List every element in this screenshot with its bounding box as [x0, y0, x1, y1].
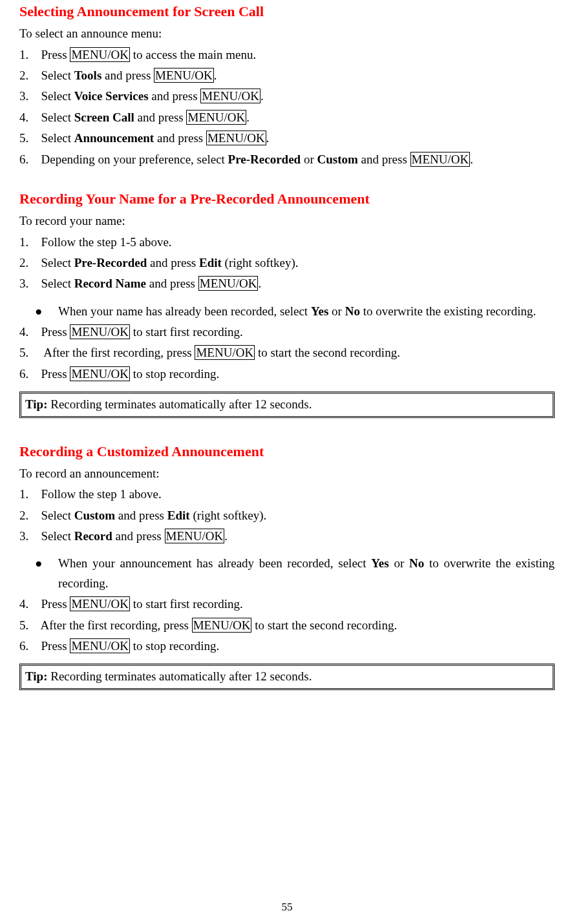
- step-item: 2. Select Tools and press MENU/OK.: [19, 66, 555, 85]
- section3-steps-cont: 4. Press MENU/OK to start first recordin…: [19, 594, 555, 656]
- bullet-text: or: [389, 556, 409, 570]
- tip-text: Recording terminates automatically after…: [48, 669, 312, 683]
- step-item: 6. Press MENU/OK to stop recording.: [19, 364, 555, 384]
- step-item: 5. After the first recording, press MENU…: [19, 616, 555, 635]
- section1-intro: To select an announce menu:: [19, 24, 555, 43]
- step-text: After the first recording, press: [40, 618, 191, 632]
- menu-ok-key: MENU/OK: [70, 596, 130, 611]
- step-text: .: [224, 529, 228, 543]
- step-text: Select: [41, 89, 74, 103]
- step-text: (right softkey).: [190, 509, 267, 522]
- step-text: .: [246, 110, 250, 124]
- step-text: (right softkey).: [222, 256, 299, 269]
- menu-ok-key: MENU/OK: [195, 345, 255, 360]
- step-text: After the first recording, press: [41, 346, 195, 359]
- step-text: Follow the step 1 above.: [41, 487, 162, 501]
- tip-box: Tip: Recording terminates automatically …: [19, 664, 555, 689]
- section2-steps-cont: 4. Press MENU/OK to start first recordin…: [19, 322, 555, 384]
- bullet-text: When your name has already been recorded…: [58, 304, 311, 318]
- step-item: 4. Select Screen Call and press MENU/OK.: [19, 108, 555, 127]
- tip-box: Tip: Recording terminates automatically …: [19, 392, 555, 417]
- step-item: 2. Select Custom and press Edit (right s…: [19, 506, 555, 525]
- bold-term: Yes: [311, 304, 328, 318]
- section2-steps: 1. Follow the step 1-5 above. 2. Select …: [19, 233, 555, 294]
- bold-term: Yes: [371, 556, 388, 570]
- step-text: and press: [149, 89, 201, 103]
- section1-steps: 1. Press MENU/OK to access the main menu…: [19, 45, 555, 169]
- step-text: or: [301, 152, 317, 166]
- step-text: to access the main menu.: [130, 48, 256, 61]
- step-text: Press: [41, 597, 70, 611]
- section3-steps: 1. Follow the step 1 above. 2. Select Cu…: [19, 485, 555, 546]
- step-text: and press: [358, 152, 410, 166]
- bold-term: Announcement: [74, 131, 154, 145]
- bold-term: Edit: [167, 509, 190, 522]
- menu-ok-key: MENU/OK: [154, 68, 214, 83]
- step-text: Select: [41, 68, 74, 82]
- step-text: .: [266, 131, 270, 145]
- step-text: Depending on your preference, select: [41, 152, 228, 166]
- bold-term: No: [345, 304, 360, 318]
- bullet-text: When your announcement has already been …: [58, 556, 371, 570]
- bold-term: No: [409, 556, 424, 570]
- section3-intro: To record an announcement:: [19, 464, 555, 483]
- menu-ok-key: MENU/OK: [200, 89, 260, 103]
- step-text: Select: [41, 529, 74, 543]
- step-item: 1. Follow the step 1-5 above.: [19, 233, 555, 252]
- step-text: and press: [147, 256, 199, 269]
- bullet-icon: ●: [35, 554, 58, 573]
- step-item: 6. Depending on your preference, select …: [19, 150, 555, 169]
- step-text: Select: [41, 509, 74, 522]
- bold-term: Record Name: [74, 277, 146, 290]
- menu-ok-key: MENU/OK: [206, 131, 266, 145]
- step-text: Select: [41, 131, 74, 145]
- step-item: 4. Press MENU/OK to start first recordin…: [19, 594, 555, 614]
- step-item: 4. Press MENU/OK to start first recordin…: [19, 322, 555, 342]
- step-text: .: [214, 68, 217, 82]
- step-text: and press: [146, 277, 198, 290]
- bullet-item: ●When your name has already been recorde…: [19, 302, 555, 321]
- step-item: 1. Press MENU/OK to access the main menu…: [19, 45, 555, 65]
- step-item: 2. Select Pre-Recorded and press Edit (r…: [19, 253, 555, 273]
- menu-ok-key: MENU/OK: [410, 152, 471, 167]
- step-text: to stop recording.: [130, 367, 219, 381]
- step-text: and press: [112, 529, 165, 543]
- menu-ok-key: MENU/OK: [165, 529, 225, 543]
- section2-heading: Recording Your Name for a Pre-Recorded A…: [19, 187, 555, 210]
- tip-label: Tip:: [25, 397, 48, 411]
- step-text: Select: [41, 110, 74, 124]
- step-text: to start first recording.: [130, 597, 243, 611]
- bullet-text: or: [328, 304, 345, 318]
- menu-ok-key: MENU/OK: [186, 110, 246, 125]
- step-text: to stop recording.: [130, 639, 219, 653]
- menu-ok-key: MENU/OK: [198, 276, 259, 291]
- step-text: Select: [41, 256, 74, 269]
- step-text: .: [258, 277, 261, 290]
- bullet-item: ●When your announcement has already been…: [19, 554, 555, 593]
- tip-label: Tip:: [25, 669, 48, 683]
- bold-term: Voice Services: [74, 89, 149, 103]
- menu-ok-key: MENU/OK: [70, 324, 130, 339]
- menu-ok-key: MENU/OK: [192, 618, 252, 633]
- step-item: 5. After the first recording, press MENU…: [19, 343, 555, 362]
- bold-term: Pre-Recorded: [74, 256, 147, 269]
- menu-ok-key: MENU/OK: [70, 638, 130, 653]
- step-text: and press: [134, 110, 187, 124]
- step-item: 3. Select Record and press MENU/OK.: [19, 527, 555, 546]
- step-text: and press: [101, 68, 154, 82]
- step-text: and press: [154, 131, 206, 145]
- tip-text: Recording terminates automatically after…: [48, 397, 312, 411]
- step-text: to start the second recording.: [251, 618, 397, 632]
- step-text: Press: [41, 48, 70, 61]
- bold-term: Pre-Recorded: [228, 152, 301, 166]
- step-text: to start first recording.: [130, 325, 243, 339]
- bold-term: Edit: [199, 256, 222, 269]
- menu-ok-key: MENU/OK: [70, 47, 130, 62]
- section3-heading: Recording a Customized Announcement: [19, 440, 555, 463]
- step-item: 1. Follow the step 1 above.: [19, 485, 555, 504]
- step-text: Press: [41, 639, 70, 653]
- bold-term: Screen Call: [74, 110, 134, 124]
- step-text: and press: [115, 509, 167, 522]
- step-item: 3. Select Record Name and press MENU/OK.: [19, 274, 555, 293]
- section1-heading: Selecting Announcement for Screen Call: [19, 0, 555, 23]
